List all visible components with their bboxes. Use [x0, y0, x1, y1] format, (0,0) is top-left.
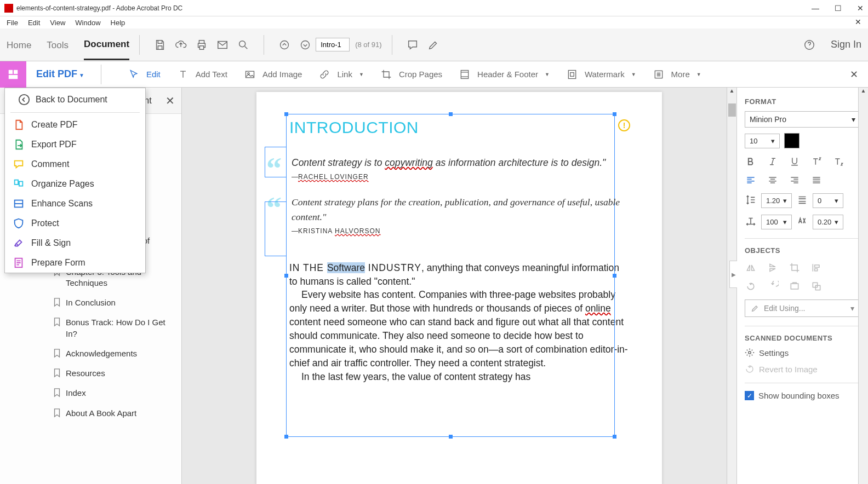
svg-rect-18	[791, 284, 798, 289]
line-spacing-input[interactable]: 1.20▾	[761, 193, 792, 208]
subscript-icon[interactable]	[832, 156, 844, 167]
close-button[interactable]: ✕	[857, 4, 864, 13]
warning-icon[interactable]: !	[618, 119, 630, 131]
align-obj-icon[interactable]	[810, 262, 823, 273]
font-family-select[interactable]: Minion Pro▾	[745, 111, 860, 128]
tool-link[interactable]: Link ▼	[318, 68, 363, 80]
svg-rect-14	[15, 180, 18, 185]
tool-header-footer[interactable]: Header & Footer ▼	[459, 68, 550, 80]
outline-row[interactable]: Bonus Track: How Do I Get In?	[0, 313, 181, 344]
popup-prepare-form[interactable]: Prepare Form	[5, 253, 145, 273]
search-icon[interactable]	[237, 39, 249, 51]
align-right-icon[interactable]	[789, 175, 801, 186]
show-bounding-checkbox[interactable]: ✓ Show bounding boxes	[745, 391, 860, 400]
help-icon[interactable]	[803, 39, 815, 51]
font-size-input[interactable]: 10▾	[745, 134, 780, 148]
tool-more[interactable]: More ▼	[653, 68, 701, 80]
close-panel-icon[interactable]: ✕	[165, 94, 175, 107]
char-spacing-input[interactable]: 0.20▾	[813, 215, 843, 229]
outline-row[interactable]: Acknowledgements	[0, 344, 181, 364]
doc-close-button[interactable]: ✕	[855, 18, 861, 26]
edit-pdf-icon	[0, 61, 26, 88]
tool-watermark[interactable]: Watermark ▼	[566, 68, 636, 80]
bookmark-icon	[53, 408, 61, 418]
replace-image-icon[interactable]	[789, 281, 801, 292]
maximize-button[interactable]: ☐	[835, 4, 842, 13]
sign-in-link[interactable]: Sign In	[831, 39, 861, 50]
edit-using-dropdown[interactable]: Edit Using...▾	[745, 299, 860, 317]
cloud-upload-icon[interactable]	[175, 39, 187, 51]
rotate-cw-icon[interactable]	[767, 281, 779, 292]
close-edit-toolbar[interactable]: ✕	[850, 68, 858, 80]
page-up-icon[interactable]	[278, 39, 290, 51]
menu-window[interactable]: Window	[75, 19, 100, 27]
save-icon[interactable]	[154, 39, 166, 51]
popup-protect[interactable]: Protect	[5, 214, 145, 233]
outline-row[interactable]: About A Book Apart	[0, 404, 181, 423]
popup-comment[interactable]: Comment	[5, 154, 145, 174]
align-justify-icon[interactable]	[810, 175, 823, 186]
flip-vertical-icon[interactable]	[767, 262, 779, 273]
font-color-picker[interactable]	[784, 133, 800, 148]
create-pdf-icon	[13, 119, 25, 131]
outline-row[interactable]: Resources	[0, 364, 181, 383]
print-icon[interactable]	[196, 39, 208, 51]
popup-create-pdf[interactable]: Create PDF	[5, 115, 145, 135]
svg-rect-19	[813, 283, 817, 287]
bold-icon[interactable]	[745, 156, 757, 167]
tool-crop-pages[interactable]: Crop Pages	[380, 68, 442, 80]
edit-pdf-dropdown[interactable]: Edit PDF▼	[36, 68, 84, 80]
collapse-panel-tab[interactable]: ▶	[729, 261, 737, 288]
svg-rect-7	[9, 74, 18, 78]
shield-icon	[13, 217, 25, 229]
rotate-ccw-icon[interactable]	[745, 281, 757, 292]
popup-enhance-scans[interactable]: Enhance Scans	[5, 194, 145, 214]
outline-row[interactable]: Index	[0, 383, 181, 403]
checkbox-icon: ✓	[745, 391, 754, 400]
revert-to-image: Revert to Image	[745, 364, 860, 374]
tab-document[interactable]: Document	[84, 29, 129, 60]
back-to-document[interactable]: Back to Document	[10, 88, 140, 113]
italic-icon[interactable]	[767, 156, 779, 167]
tool-add-image[interactable]: Add Image	[244, 68, 302, 80]
underline-icon[interactable]	[789, 156, 801, 167]
outline-row[interactable]: In Conclusion	[0, 293, 181, 313]
horizontal-scale-icon	[745, 215, 757, 229]
align-left-icon[interactable]	[745, 175, 757, 186]
horizontal-scale-input[interactable]: 100▾	[761, 215, 792, 229]
crop-obj-icon[interactable]	[789, 262, 801, 273]
bookmark-icon	[53, 388, 61, 397]
comment-bubble-icon[interactable]	[407, 39, 419, 51]
flip-horizontal-icon[interactable]	[745, 262, 757, 273]
right-panel-scrollbar[interactable]: ▲	[858, 88, 868, 484]
app-icon	[4, 4, 13, 13]
mail-icon[interactable]	[216, 39, 229, 51]
paragraph-spacing-icon	[796, 194, 808, 208]
menu-view[interactable]: View	[50, 19, 65, 27]
tool-edit[interactable]: Edit	[128, 68, 161, 80]
paragraph-spacing-input[interactable]: 0▾	[813, 193, 843, 208]
menu-edit[interactable]: Edit	[28, 19, 40, 27]
arrange-icon[interactable]	[810, 281, 823, 292]
page-input[interactable]	[316, 38, 350, 51]
popup-fill-sign[interactable]: Fill & Sign	[5, 233, 145, 253]
pdf-page[interactable]: ! INTRODUCTION “ Content strategy is to …	[256, 92, 662, 484]
popup-organize-pages[interactable]: Organize Pages	[5, 174, 145, 194]
minimize-button[interactable]: —	[812, 4, 819, 13]
svg-rect-11	[568, 70, 575, 78]
menu-help[interactable]: Help	[111, 19, 125, 27]
tools-popup: Back to Document Create PDF Export PDF C…	[4, 88, 146, 273]
tab-home[interactable]: Home	[7, 30, 31, 60]
scanned-settings[interactable]: Settings	[745, 348, 860, 358]
page-down-icon[interactable]	[299, 39, 311, 51]
menu-file[interactable]: File	[7, 19, 18, 27]
crop-icon	[380, 68, 392, 80]
highlight-pen-icon[interactable]	[427, 39, 439, 51]
line-spacing-icon	[745, 194, 757, 208]
tool-add-text[interactable]: Add Text	[177, 68, 227, 80]
superscript-icon[interactable]	[810, 156, 823, 167]
popup-export-pdf[interactable]: Export PDF	[5, 135, 145, 154]
tab-tools[interactable]: Tools	[47, 30, 68, 60]
svg-point-1	[239, 41, 245, 47]
align-center-icon[interactable]	[767, 175, 779, 186]
